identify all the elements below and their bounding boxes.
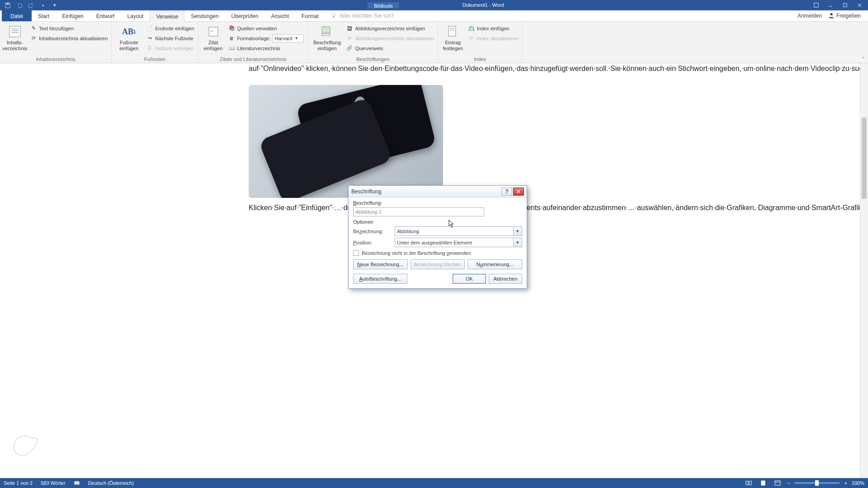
tab-ueberpruefen[interactable]: Überprüfen [225, 10, 265, 21]
refresh-icon: ⟳ [346, 35, 353, 42]
delete-label-button: Bezeichnung löschen [410, 259, 465, 269]
group-beschriftungen: Beschriftung einfügen 🖼Abbildungsverzeic… [308, 22, 438, 63]
zoom-in-button[interactable]: + [844, 480, 847, 486]
mark-entry-button[interactable]: Eintrag festlegen [441, 23, 465, 52]
footnote-icon: AB1 [122, 24, 136, 39]
dialog-close-icon[interactable]: ✕ [513, 188, 524, 196]
title-bar: ▾ Bildtools Dokument1 - Word [0, 0, 868, 10]
tab-file[interactable]: Datei [2, 10, 32, 21]
checkbox-icon [353, 250, 359, 256]
quick-access-toolbar: ▾ [0, 0, 62, 10]
person-icon [828, 12, 835, 20]
status-page[interactable]: Seite 1 von 2 [4, 480, 33, 486]
redo-icon[interactable] [26, 0, 36, 10]
numbering-button[interactable]: Nummerierung... [467, 259, 522, 269]
tab-ansicht[interactable]: Ansicht [265, 10, 295, 21]
caption-field-label: Beschriftung: [353, 200, 522, 206]
tab-format[interactable]: Format [295, 10, 325, 21]
toc-icon [8, 24, 22, 39]
update-index-button: ⟳Index aktualisieren [467, 33, 519, 43]
view-read-icon[interactable] [744, 479, 754, 487]
svg-rect-3 [814, 3, 818, 7]
tab-entwurf[interactable]: Entwurf [90, 10, 121, 21]
group-label: Beschriftungen [311, 56, 434, 63]
tab-layout[interactable]: Layout [121, 10, 150, 21]
inline-image[interactable] [249, 85, 619, 198]
ribbon-display-icon[interactable] [809, 0, 823, 10]
style-icon: 🗎 [228, 35, 236, 42]
new-label-button[interactable]: Neue Bezeichnung... [353, 259, 408, 269]
svg-rect-17 [322, 27, 330, 33]
endnote-icon: 📄 [146, 25, 153, 32]
contextual-tab-label: Bildtools [368, 2, 399, 9]
dialog-titlebar[interactable]: Beschriftung ? ✕ [349, 186, 527, 197]
maximize-icon[interactable] [838, 0, 852, 10]
options-label: Optionen [353, 219, 522, 225]
caption-input[interactable] [353, 207, 484, 216]
svg-rect-5 [843, 4, 846, 7]
group-label: Zitate und Literaturverzeichnis [201, 56, 305, 63]
tab-sendungen[interactable]: Sendungen [184, 10, 225, 21]
exclude-label-checkbox[interactable]: Bezeichnung nicht in der Beschriftung ve… [353, 250, 522, 256]
tab-verweise[interactable]: Verweise [150, 11, 184, 22]
add-text-button[interactable]: ✎Text hinzufügen [29, 23, 108, 33]
bezeichnung-select[interactable]: Abbildung [395, 226, 522, 236]
zoom-out-button[interactable]: − [787, 480, 790, 486]
status-bar: Seite 1 von 2 583 Wörter 📖 Deutsch (Öste… [0, 478, 868, 488]
vertical-scrollbar[interactable] [860, 63, 868, 478]
insert-citation-button[interactable]: “” Zitat einfügen [201, 23, 226, 52]
bibliography-button[interactable]: 📖Literaturverzeichnis [227, 43, 305, 53]
manage-sources-button[interactable]: 📚Quellen verwalten [227, 23, 305, 33]
view-print-icon[interactable] [758, 479, 768, 487]
insert-index-button[interactable]: 📇Index einfügen [467, 23, 519, 33]
tell-me-placeholder: Was möchten Sie tun? [340, 13, 394, 19]
status-language[interactable]: Deutsch (Österreich) [88, 480, 134, 486]
caption-dialog: Beschriftung ? ✕ Beschriftung: Optionen … [348, 185, 527, 289]
svg-rect-1 [6, 3, 9, 5]
index-icon: 📇 [468, 25, 475, 32]
ribbon: Inhalts- verzeichnis ✎Text hinzufügen ⟳I… [0, 22, 868, 63]
scrollbar-thumb[interactable] [862, 117, 867, 199]
show-notes-button: ☰Notizen anzeigen [145, 43, 195, 53]
toc-button[interactable]: Inhalts- verzeichnis [3, 23, 27, 52]
svg-rect-24 [761, 481, 765, 485]
share-button[interactable]: Freigeben [828, 12, 861, 20]
qat-dropdown-icon[interactable]: ▾ [50, 0, 60, 10]
zoom-level[interactable]: 100% [852, 480, 864, 486]
citation-style-dropdown[interactable]: 🗎 Formatvorlage: Harvard▾ [227, 33, 305, 43]
body-paragraph[interactable]: auf·"Onlinevideo"·klicken,·können·Sie·de… [217, 63, 651, 74]
refresh-icon: ⟳ [30, 35, 37, 42]
svg-rect-25 [775, 481, 780, 485]
insert-footnote-button[interactable]: AB1 Fußnote einfügen [114, 23, 143, 52]
crossreference-button[interactable]: 🔗Querverweis [345, 43, 434, 53]
tab-start[interactable]: Start [32, 10, 56, 21]
signin-button[interactable]: Anmelden [797, 13, 822, 19]
save-icon[interactable] [3, 0, 13, 10]
svg-rect-11 [9, 26, 20, 37]
close-icon[interactable] [853, 0, 866, 10]
tab-einfuegen[interactable]: Einfügen [56, 10, 90, 21]
view-web-icon[interactable] [773, 479, 783, 487]
insert-table-of-figures-button[interactable]: 🖼Abbildungsverzeichnis einfügen [345, 23, 434, 33]
auto-caption-button[interactable]: AutoBeschriftung... [353, 274, 407, 284]
cancel-button[interactable]: Abbrechen [489, 274, 522, 284]
crossref-icon: 🔗 [346, 45, 353, 52]
zoom-slider[interactable] [794, 482, 840, 484]
insert-endnote-button[interactable]: 📄Endnote einfügen [145, 23, 195, 33]
svg-point-2 [42, 5, 44, 6]
minimize-icon[interactable] [824, 0, 837, 10]
svg-rect-22 [746, 481, 748, 485]
undo-icon[interactable] [14, 0, 24, 10]
status-wordcount[interactable]: 583 Wörter [41, 480, 65, 486]
ok-button[interactable]: OK [453, 274, 486, 284]
update-toc-button[interactable]: ⟳Inhaltsverzeichnis aktualisieren [29, 33, 108, 43]
insert-caption-button[interactable]: Beschriftung einfügen [311, 23, 343, 52]
dialog-help-icon[interactable]: ? [501, 188, 512, 196]
next-footnote-button[interactable]: ↪Nächste Fußnote [145, 33, 195, 43]
tell-me-box[interactable]: Was möchten Sie tun? [330, 10, 394, 21]
image-placeholder [249, 85, 443, 198]
touch-mode-icon[interactable] [38, 0, 48, 10]
collapse-ribbon-icon[interactable]: ⌃ [861, 56, 865, 62]
status-proofing-icon[interactable]: 📖 [74, 480, 80, 486]
position-select[interactable]: Unter dem ausgewählten Element [395, 238, 522, 247]
